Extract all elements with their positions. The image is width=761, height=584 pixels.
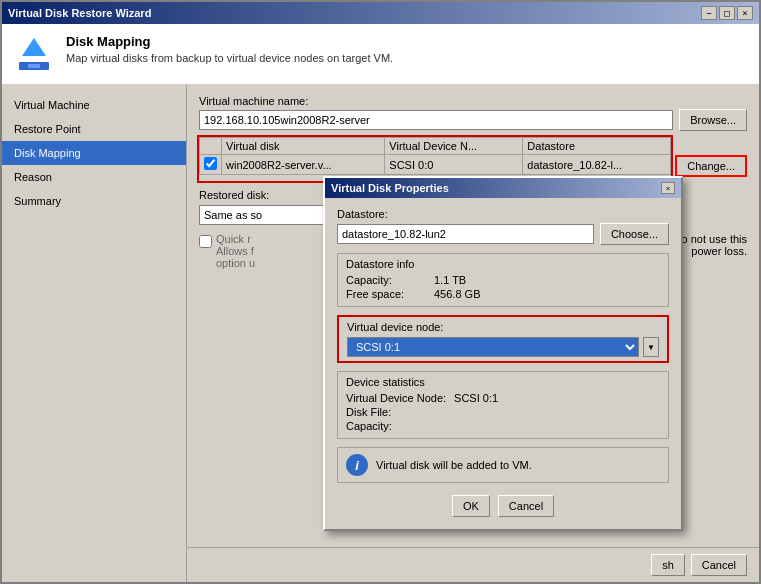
header-icon [14,34,54,74]
modal-capacity-label: Capacity: [346,274,426,286]
modal-dialog: Virtual Disk Properties × Datastore: Cho… [323,176,683,531]
modal-device-select[interactable]: SCSI 0:1 [347,337,639,357]
title-bar-controls: − □ × [701,6,753,20]
modal-title: Virtual Disk Properties [331,182,449,194]
modal-stats-node-row: Virtual Device Node: SCSI 0:1 [346,392,660,404]
modal-result-text: Virtual disk will be added to VM. [376,459,532,471]
page-title: Disk Mapping [66,34,393,49]
modal-stats-title: Device statistics [346,376,660,388]
window-title: Virtual Disk Restore Wizard [8,7,151,19]
modal-datastore-info: Datastore info Capacity: 1.1 TB Free spa… [337,253,669,307]
page-description: Map virtual disks from backup to virtual… [66,52,393,64]
modal-free-space-row: Free space: 456.8 GB [346,288,660,300]
sidebar-item-summary[interactable]: Summary [2,189,186,213]
modal-device-select-row: SCSI 0:1 ▼ [347,337,659,357]
modal-free-space-label: Free space: [346,288,426,300]
window-body: Virtual Machine Restore Point Disk Mappi… [2,85,759,582]
modal-stats-capacity-label: Capacity: [346,420,426,432]
modal-bottom-buttons: OK Cancel [337,491,669,519]
modal-device-node-label: Virtual device node: [347,321,659,333]
modal-close-button[interactable]: × [661,182,675,194]
modal-stats-section: Device statistics Virtual Device Node: S… [337,371,669,439]
info-icon: i [346,454,368,476]
svg-rect-2 [28,64,40,68]
modal-free-space-value: 456.8 GB [434,288,480,300]
modal-datastore-label: Datastore: [337,208,669,220]
modal-datastore-row: Choose... [337,223,669,245]
modal-choose-button[interactable]: Choose... [600,223,669,245]
header-area: Disk Mapping Map virtual disks from back… [2,24,759,85]
sidebar: Virtual Machine Restore Point Disk Mappi… [2,85,187,582]
modal-stats-node-label: Virtual Device Node: [346,392,446,404]
sidebar-item-disk-mapping[interactable]: Disk Mapping [2,141,186,165]
modal-ok-button[interactable]: OK [452,495,490,517]
sidebar-item-virtual-machine[interactable]: Virtual Machine [2,93,186,117]
title-bar: Virtual Disk Restore Wizard − □ × [2,2,759,24]
modal-stats-disk-label: Disk File: [346,406,426,418]
modal-stats-capacity-row: Capacity: [346,420,660,432]
modal-capacity-row: Capacity: 1.1 TB [346,274,660,286]
modal-select-arrow[interactable]: ▼ [643,337,659,357]
modal-capacity-value: 1.1 TB [434,274,466,286]
sidebar-item-reason[interactable]: Reason [2,165,186,189]
minimize-button[interactable]: − [701,6,717,20]
modal-title-bar: Virtual Disk Properties × [325,178,681,198]
modal-datastore-input[interactable] [337,224,594,244]
modal-datastore-info-title: Datastore info [346,258,660,270]
svg-marker-1 [22,38,46,56]
modal-overlay: Virtual Disk Properties × Datastore: Cho… [187,85,759,582]
maximize-button[interactable]: □ [719,6,735,20]
close-window-button[interactable]: × [737,6,753,20]
modal-result-section: i Virtual disk will be added to VM. [337,447,669,483]
modal-stats-node-value: SCSI 0:1 [454,392,498,404]
sidebar-item-restore-point[interactable]: Restore Point [2,117,186,141]
modal-body: Datastore: Choose... Datastore info Capa… [325,198,681,529]
modal-device-node-section: Virtual device node: SCSI 0:1 ▼ [337,315,669,363]
modal-cancel-button[interactable]: Cancel [498,495,554,517]
header-text: Disk Mapping Map virtual disks from back… [66,34,393,64]
modal-stats-disk-row: Disk File: [346,406,660,418]
main-window: Virtual Disk Restore Wizard − □ × Disk M… [0,0,761,584]
